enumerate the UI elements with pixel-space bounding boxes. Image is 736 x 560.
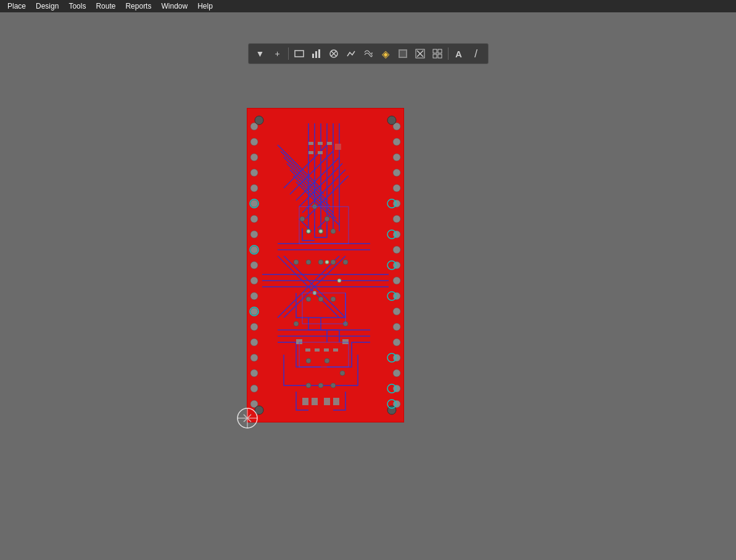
svg-point-37 [393, 138, 400, 146]
canvas-area[interactable]: ▼ + [0, 12, 736, 560]
svg-point-111 [318, 383, 323, 388]
menu-item-window[interactable]: Window [156, 1, 192, 12]
svg-rect-8 [400, 51, 406, 57]
svg-point-20 [250, 169, 258, 176]
svg-rect-126 [324, 348, 329, 352]
svg-point-33 [250, 369, 258, 377]
svg-rect-12 [433, 49, 437, 53]
svg-point-113 [307, 229, 310, 233]
svg-rect-131 [333, 398, 339, 405]
svg-point-101 [343, 260, 348, 265]
toolbar-chart-btn[interactable] [308, 46, 325, 62]
svg-point-45 [393, 261, 400, 269]
toolbar-route-btn[interactable] [343, 46, 359, 62]
svg-rect-136 [299, 342, 349, 367]
toolbar-line-btn[interactable]: / [468, 46, 484, 62]
svg-point-21 [250, 184, 258, 192]
pcb-board: NANO V3 [247, 108, 404, 422]
svg-rect-14 [433, 54, 437, 58]
svg-point-99 [318, 260, 323, 265]
svg-point-109 [340, 371, 345, 376]
svg-point-34 [250, 385, 258, 392]
svg-point-44 [393, 246, 400, 253]
svg-point-51 [393, 354, 400, 361]
svg-point-102 [306, 297, 311, 302]
toolbar-filter-btn[interactable]: ▼ [252, 46, 268, 62]
toolbar-add-btn[interactable]: + [270, 46, 286, 62]
svg-rect-122 [318, 151, 323, 154]
svg-point-117 [337, 279, 341, 282]
svg-rect-132 [312, 398, 318, 405]
svg-point-30 [250, 323, 258, 331]
menu-item-reports[interactable]: Reports [120, 1, 156, 12]
svg-rect-118 [308, 142, 313, 145]
svg-rect-129 [342, 339, 349, 344]
svg-rect-130 [302, 398, 308, 405]
svg-point-53 [393, 385, 400, 392]
toolbar-separator-2 [448, 47, 449, 60]
svg-point-104 [331, 297, 336, 302]
menu-item-design[interactable]: Design [31, 1, 64, 12]
menu-bar: Place Design Tools Route Reports Window … [0, 0, 736, 12]
svg-point-25 [250, 246, 258, 253]
svg-point-40 [393, 184, 400, 192]
svg-point-94 [300, 216, 305, 221]
svg-rect-123 [335, 144, 341, 150]
svg-point-39 [393, 169, 400, 176]
svg-rect-1 [312, 54, 314, 58]
toolbar-diff-pair-btn[interactable] [360, 46, 376, 62]
svg-point-41 [393, 200, 400, 207]
svg-point-55 [255, 116, 263, 125]
svg-point-95 [325, 216, 329, 221]
toolbar-rect-btn[interactable] [291, 46, 307, 62]
svg-point-108 [325, 358, 329, 363]
svg-point-28 [250, 292, 258, 300]
svg-rect-13 [438, 49, 442, 53]
svg-rect-120 [327, 142, 332, 145]
toolbar-via-btn[interactable]: ◈ [378, 46, 394, 62]
menu-item-help[interactable]: Help [192, 1, 218, 12]
toolbar-plane-btn[interactable] [395, 46, 411, 62]
svg-point-49 [393, 323, 400, 331]
svg-point-48 [393, 308, 400, 315]
menu-item-place[interactable]: Place [2, 1, 31, 12]
svg-point-46 [393, 277, 400, 284]
toolbar-separator-1 [288, 47, 289, 60]
pcb-svg: NANO V3 [247, 108, 404, 422]
toolbar-grid-btn[interactable] [429, 46, 445, 62]
toolbar-noconn-btn[interactable] [412, 46, 428, 62]
svg-point-105 [294, 321, 299, 326]
svg-rect-3 [318, 49, 320, 58]
svg-point-50 [393, 339, 400, 346]
toolbar-text-btn[interactable]: A [451, 46, 467, 62]
svg-rect-15 [438, 54, 442, 58]
svg-rect-121 [308, 151, 313, 154]
menu-item-route[interactable]: Route [91, 1, 120, 12]
svg-rect-16 [247, 108, 404, 422]
svg-point-18 [250, 138, 258, 146]
svg-rect-125 [315, 348, 320, 352]
svg-point-52 [393, 369, 400, 377]
svg-point-110 [306, 383, 311, 388]
svg-point-29 [250, 308, 258, 315]
svg-point-22 [250, 200, 258, 207]
svg-point-97 [294, 260, 299, 265]
svg-point-43 [393, 231, 400, 238]
svg-point-24 [250, 231, 258, 238]
svg-point-31 [250, 339, 258, 346]
svg-point-115 [325, 260, 329, 264]
svg-rect-0 [295, 51, 304, 57]
svg-point-23 [250, 215, 258, 223]
svg-point-107 [306, 358, 311, 363]
toolbar-drc-btn[interactable] [326, 46, 342, 62]
svg-point-38 [393, 154, 400, 161]
svg-point-100 [331, 260, 336, 265]
svg-rect-119 [318, 142, 323, 145]
svg-point-114 [319, 229, 323, 233]
svg-point-112 [331, 383, 336, 388]
svg-point-42 [393, 215, 400, 223]
svg-rect-124 [305, 348, 310, 352]
menu-item-tools[interactable]: Tools [64, 1, 91, 12]
svg-point-57 [255, 406, 263, 414]
toolbar: ▼ + [248, 43, 489, 64]
